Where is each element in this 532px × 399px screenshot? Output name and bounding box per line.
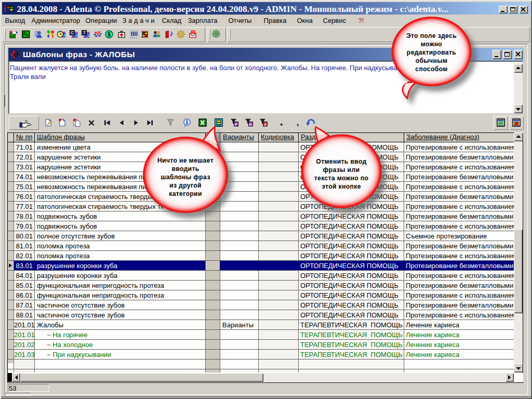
svg-text:P: P [235,122,238,127]
svg-text:$: $ [108,31,111,37]
svg-text:7: 7 [83,30,85,35]
svg-text:K: K [249,122,252,127]
svg-text:З: З [264,122,267,127]
svg-text:C: C [71,30,74,35]
